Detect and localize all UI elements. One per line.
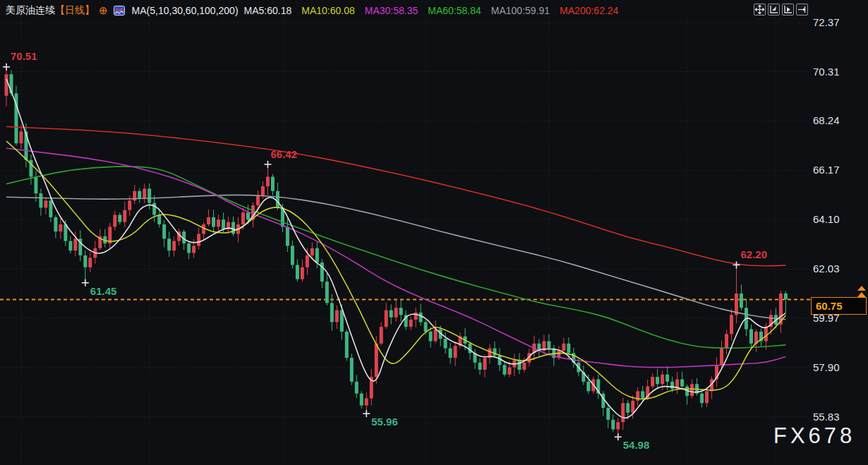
pan-tool-icon[interactable] bbox=[754, 4, 766, 16]
watermark-fx678: FX678 bbox=[773, 423, 855, 449]
chart-toolbar bbox=[754, 4, 808, 16]
kline-chart-window: 70.5161.4566.4255.9654.9862.2072.3770.31… bbox=[0, 0, 868, 465]
price-up-arrows-icon bbox=[856, 286, 867, 301]
svg-text:70.51: 70.51 bbox=[11, 50, 37, 62]
ma-value: MA100:59.91 bbox=[491, 5, 550, 16]
svg-text:68.24: 68.24 bbox=[813, 114, 840, 126]
ma-value: MA5:60.18 bbox=[244, 5, 292, 16]
svg-text:54.98: 54.98 bbox=[623, 439, 650, 451]
ma-values: MA5:60.18MA10:60.08MA30:58.35MA60:58.84M… bbox=[244, 5, 619, 16]
svg-text:55.96: 55.96 bbox=[371, 416, 398, 428]
svg-text:64.10: 64.10 bbox=[813, 213, 840, 225]
svg-text:55.83: 55.83 bbox=[813, 411, 840, 423]
candlestick-chart-canvas[interactable]: 70.5161.4566.4255.9654.9862.2072.3770.31… bbox=[0, 0, 868, 465]
period-label[interactable]: 【日线】 bbox=[55, 4, 95, 16]
svg-text:62.20: 62.20 bbox=[741, 248, 768, 260]
symbol-title: 美原油连续【日线】 bbox=[6, 4, 95, 17]
ma-value: MA60:58.84 bbox=[428, 5, 481, 16]
svg-text:62.03: 62.03 bbox=[813, 262, 840, 274]
svg-text:72.37: 72.37 bbox=[813, 16, 840, 28]
shift-right-icon[interactable] bbox=[796, 4, 808, 16]
svg-text:66.17: 66.17 bbox=[813, 164, 840, 176]
ma-value: MA10:60.08 bbox=[301, 5, 355, 16]
axis-anchor-left-icon[interactable] bbox=[768, 4, 780, 16]
ma-group-label: MA(5,10,30,60,100,200) bbox=[132, 5, 239, 16]
svg-text:70.31: 70.31 bbox=[813, 66, 840, 78]
kline-icon[interactable] bbox=[114, 5, 125, 16]
symbol-name: 美原油连续 bbox=[6, 4, 55, 16]
expand-icon[interactable]: ⊕ bbox=[99, 4, 108, 17]
svg-text:57.90: 57.90 bbox=[813, 361, 840, 373]
ma-value: MA200:62.24 bbox=[560, 5, 618, 16]
axis-play-icon[interactable] bbox=[782, 4, 794, 16]
svg-text:61.45: 61.45 bbox=[90, 285, 117, 297]
ma-value: MA30:58.35 bbox=[365, 5, 418, 16]
chart-header: 美原油连续【日线】 ⊕ MA(5,10,30,60,100,200) MA5:6… bbox=[6, 4, 618, 18]
svg-text:66.42: 66.42 bbox=[270, 148, 297, 160]
